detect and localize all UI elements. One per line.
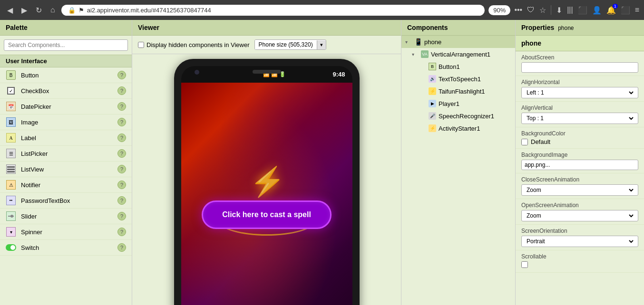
phone-camera — [195, 70, 199, 75]
component-tree-phone[interactable]: ▾ 📱 phone — [401, 36, 515, 48]
slider-component-icon — [6, 211, 16, 221]
label-help-icon[interactable]: ? — [117, 133, 126, 142]
extensions-icon[interactable]: ⬛ — [578, 6, 587, 15]
back-button[interactable]: ◀ — [5, 5, 15, 16]
palette-item-image[interactable]: 🖼 Image ? — [0, 114, 132, 130]
datepicker-help-icon[interactable]: ? — [117, 102, 126, 111]
user-interface-section: User Interface — [0, 55, 132, 67]
backgroundimage-value[interactable]: app.png... — [521, 160, 638, 170]
btn1-tree-icon: B — [428, 62, 437, 71]
flash1-toggle-icon — [420, 89, 426, 94]
aboutscreen-input[interactable] — [521, 62, 638, 73]
button-help-icon[interactable]: ? — [117, 71, 126, 79]
openscreenanimation-select[interactable]: Zoom Slide Fade None — [525, 212, 635, 219]
phone-size-selector[interactable]: Phone size (505,320) ▾ — [254, 39, 326, 50]
activity1-toggle-icon — [420, 126, 426, 131]
component-tree-va1[interactable]: ▾ VA VerticalArrangement1 — [401, 48, 515, 60]
phone-speaker — [253, 70, 281, 74]
palette-item-label[interactable]: A Label ? — [0, 130, 132, 146]
apps-icon[interactable]: ⬛ — [621, 6, 630, 15]
bookmark-icon[interactable]: ☆ — [539, 6, 546, 15]
component-tree-player1[interactable]: ▶ Player1 — [401, 97, 515, 110]
palette-item-switch[interactable]: Switch ? — [0, 240, 132, 256]
listview-help-icon[interactable]: ? — [117, 165, 126, 173]
viewer-content: 📶 📶 🔋 9:48 ⚡ Click here to cast a spell — [132, 54, 401, 305]
palette-item-checkbox[interactable]: ✓ CheckBox ? — [0, 83, 132, 99]
alignhorizontal-select-container[interactable]: Left : 1 Center : 3 Right : 2 — [521, 87, 638, 98]
alignvertical-select-container[interactable]: Top : 1 Center : 2 Bottom : 3 — [521, 113, 638, 124]
spinner-help-icon[interactable]: ? — [117, 228, 126, 236]
closescreenanimation-select-container[interactable]: Zoom Slide Fade None — [521, 184, 638, 196]
checkbox-help-icon[interactable]: ? — [117, 86, 126, 95]
main-menu-icon[interactable]: ≡ — [635, 6, 639, 14]
component-tree-activity1[interactable]: ⚡ ActivityStarter1 — [401, 122, 515, 134]
component-tree-speech1[interactable]: 🎤 SpeechRecognizer1 — [401, 110, 515, 122]
phone-size-dropdown-button[interactable]: ▾ — [317, 40, 326, 49]
slider-help-icon[interactable]: ? — [117, 212, 126, 220]
screenorientation-select-container[interactable]: Portrait Landscape Sensor — [521, 236, 638, 247]
palette-item-passwordtextbox[interactable]: •• PasswordTextBox ? — [0, 193, 132, 209]
phone-screen: 📶 📶 🔋 9:48 ⚡ Click here to cast a spell — [181, 66, 352, 305]
notifier-component-icon: ⚠ — [6, 180, 16, 190]
download-icon[interactable]: ⬇ — [556, 6, 562, 15]
prop-aboutscreen: AboutScreen — [516, 51, 644, 76]
button-component-icon: B — [6, 70, 16, 80]
zoom-indicator[interactable]: 90% — [488, 5, 510, 15]
cast-spell-button[interactable]: Click here to cast a spell — [202, 200, 332, 229]
hidden-components-checkbox[interactable] — [138, 42, 144, 48]
browser-chrome: ◀ ▶ ↻ ⌂ 🔒 ⚑ ai2.appinventor.mit.edu/#474… — [0, 0, 644, 20]
screenorientation-select[interactable]: Portrait Landscape Sensor — [525, 238, 635, 245]
prop-openscreenanimation: OpenScreenAnimation Zoom Slide Fade None — [516, 199, 644, 225]
image-help-icon[interactable]: ? — [117, 118, 126, 126]
listview-component-icon — [6, 164, 16, 174]
bookmarks-bar-icon[interactable]: ||| — [567, 6, 573, 14]
palette-item-listview[interactable]: ListView ? — [0, 162, 132, 177]
hidden-components-label[interactable]: Display hidden components in Viewer — [138, 41, 250, 48]
prop-scrollable: Scrollable — [516, 250, 644, 273]
palette-item-listpicker[interactable]: ☰ ListPicker ? — [0, 146, 132, 162]
security-icon: 🔒 — [68, 7, 76, 14]
properties-component-name: phone — [516, 36, 644, 51]
palette-items-list: B Button ? ✓ CheckBox ? 📅 DatePicker ? — [0, 67, 132, 256]
openscreenanimation-select-container[interactable]: Zoom Slide Fade None — [521, 210, 638, 221]
alignhorizontal-select[interactable]: Left : 1 Center : 3 Right : 2 — [525, 89, 635, 96]
palette-item-notifier[interactable]: ⚠ Notifier ? — [0, 177, 132, 193]
phone-toggle-icon[interactable]: ▾ — [405, 39, 412, 45]
notification-bell-icon[interactable]: 🔔1 — [606, 6, 616, 15]
passwordtextbox-help-icon[interactable]: ? — [117, 196, 126, 205]
profile-icon[interactable]: 👤 — [592, 6, 602, 15]
component-tree-tts1[interactable]: 🔊 TextToSpeech1 — [401, 73, 515, 85]
flash1-tree-icon: ⚡ — [428, 87, 437, 95]
prop-closescreenanimation: CloseScreenAnimation Zoom Slide Fade Non… — [516, 173, 644, 199]
properties-header: Properties phone — [516, 20, 644, 36]
component-search-input[interactable] — [4, 39, 128, 51]
palette-item-slider[interactable]: Slider ? — [0, 209, 132, 224]
palette-item-spinner[interactable]: ▾ Spinner ? — [0, 224, 132, 240]
switch-help-icon[interactable]: ? — [117, 243, 126, 252]
component-tree-button1[interactable]: B Button1 — [401, 60, 515, 73]
backgroundcolor-checkbox[interactable] — [521, 139, 528, 145]
prop-alignhorizontal: AlignHorizontal Left : 1 Center : 3 Righ… — [516, 76, 644, 102]
address-bar[interactable]: 🔒 ⚑ ai2.appinventor.mit.edu/#47412563708… — [61, 5, 485, 16]
home-button[interactable]: ⌂ — [48, 5, 58, 15]
more-button[interactable]: ••• — [514, 6, 522, 14]
forward-button[interactable]: ▶ — [19, 5, 29, 16]
closescreenanimation-select[interactable]: Zoom Slide Fade None — [525, 186, 635, 194]
reading-list-icon[interactable]: 🛡 — [527, 6, 535, 14]
btn1-toggle-icon — [420, 64, 426, 69]
prop-backgroundcolor: BackgroundColor Default — [516, 127, 644, 149]
speech1-toggle-icon — [420, 114, 426, 119]
palette-item-button[interactable]: B Button ? — [0, 67, 132, 83]
reload-button[interactable]: ↻ — [33, 5, 44, 16]
app-content-area: ⚡ Click here to cast a spell — [181, 83, 352, 305]
scrollable-checkbox[interactable] — [521, 261, 528, 268]
url-text: ai2.appinventor.mit.edu/#474125637084774… — [87, 7, 211, 14]
va1-toggle-icon[interactable]: ▾ — [412, 52, 419, 57]
component-tree-flash1[interactable]: ⚡ TaifunFlashlight1 — [401, 85, 515, 97]
alignvertical-select[interactable]: Top : 1 Center : 2 Bottom : 3 — [525, 114, 635, 122]
phone-tree-icon: 📱 — [414, 38, 422, 46]
notifier-help-icon[interactable]: ? — [117, 181, 126, 189]
listpicker-help-icon[interactable]: ? — [117, 149, 126, 158]
palette-item-datepicker[interactable]: 📅 DatePicker ? — [0, 99, 132, 114]
checkbox-component-icon: ✓ — [6, 86, 16, 96]
